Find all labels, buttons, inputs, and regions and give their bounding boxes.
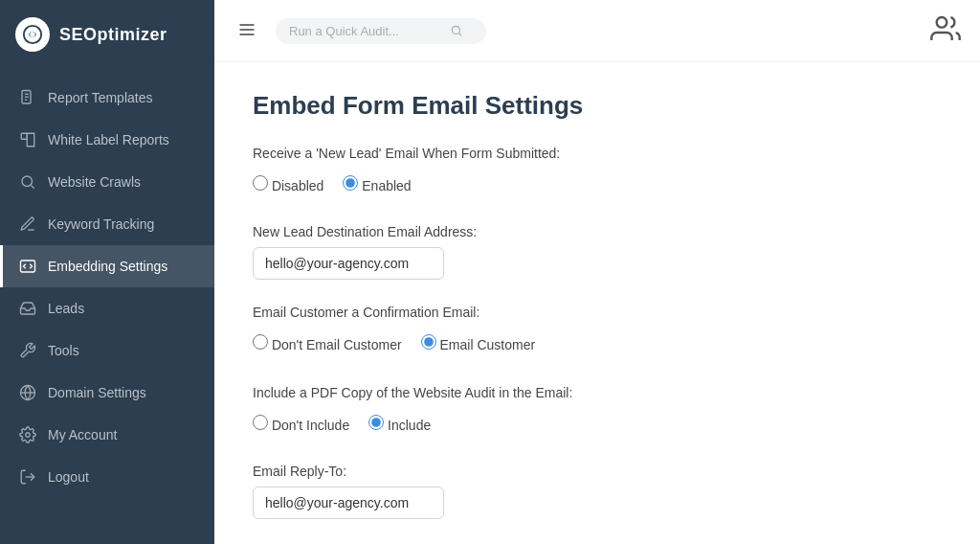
svg-line-8 [31, 185, 33, 188]
reply-to-group: Email Reply-To: [253, 464, 942, 519]
sidebar-item-label: Keyword Tracking [48, 216, 154, 232]
page-title: Embed Form Email Settings [253, 91, 942, 121]
email-customer-option-label: Email Customer [440, 337, 536, 352]
dont-include-label: Don't Include [272, 418, 349, 433]
svg-line-18 [459, 34, 462, 36]
dont-email-label: Don't Email Customer [272, 337, 402, 352]
sidebar-item-tools[interactable]: Tools [0, 329, 214, 372]
search-circle-icon [19, 173, 36, 191]
disabled-label: Disabled [272, 178, 323, 193]
svg-point-1 [30, 32, 35, 37]
email-customer-section: Email Customer a Confirmation Email: Don… [253, 303, 942, 360]
sidebar-item-label: Domain Settings [48, 385, 146, 400]
sidebar: SEOptimizer Report Templates White Label… [0, 0, 214, 544]
logo: SEOptimizer [0, 0, 214, 69]
topbar [214, 0, 980, 62]
dont-email-radio[interactable] [253, 334, 268, 350]
sidebar-item-label: Embedding Settings [48, 259, 167, 274]
search-bar [276, 18, 486, 44]
sidebar-item-keyword-tracking[interactable]: Keyword Tracking [0, 203, 214, 245]
search-icon [450, 24, 463, 37]
topbar-right [930, 13, 961, 48]
new-lead-email-section: Receive a 'New Lead' Email When Form Sub… [253, 144, 942, 201]
dont-include-radio[interactable] [253, 415, 268, 430]
dont-email-option[interactable]: Don't Email Customer [253, 334, 402, 352]
gear-icon [19, 426, 36, 443]
email-destination-group: New Lead Destination Email Address: [253, 224, 942, 280]
email-destination-label: New Lead Destination Email Address: [253, 224, 942, 239]
hamburger-icon [237, 20, 256, 39]
tool-icon [19, 342, 36, 359]
sidebar-item-label: My Account [48, 427, 117, 442]
sidebar-item-website-crawls[interactable]: Website Crawls [0, 161, 214, 203]
tag-icon [19, 131, 36, 148]
disabled-radio[interactable] [253, 175, 268, 191]
sidebar-item-label: Leads [48, 301, 84, 316]
enabled-option[interactable]: Enabled [343, 175, 411, 193]
svg-rect-6 [21, 133, 27, 139]
new-lead-email-label: Receive a 'New Lead' Email When Form Sub… [253, 144, 942, 164]
file-icon [19, 89, 36, 106]
sidebar-item-report-templates[interactable]: Report Templates [0, 77, 214, 119]
email-customer-radio[interactable] [421, 334, 436, 350]
svg-point-19 [937, 17, 947, 28]
disabled-option[interactable]: Disabled [253, 175, 323, 193]
dont-include-option[interactable]: Don't Include [253, 415, 349, 433]
logo-text: SEOptimizer [59, 25, 167, 45]
svg-point-12 [26, 433, 31, 438]
include-pdf-section: Include a PDF Copy of the Website Audit … [253, 383, 942, 441]
email-customer-label: Email Customer a Confirmation Email: [253, 303, 942, 323]
include-pdf-radio-group: Don't Include Include [253, 415, 942, 441]
sidebar-item-domain-settings[interactable]: Domain Settings [0, 372, 214, 414]
edit-icon [19, 215, 36, 233]
svg-point-7 [22, 176, 33, 187]
enabled-radio[interactable] [343, 175, 358, 191]
globe-icon [19, 384, 36, 401]
users-icon [930, 13, 961, 44]
sidebar-item-label: Tools [48, 343, 79, 358]
include-label: Include [388, 418, 431, 433]
content-area: Embed Form Email Settings Receive a 'New… [214, 62, 980, 544]
embed-icon [19, 258, 36, 275]
new-lead-radio-group: Disabled Enabled [253, 175, 942, 201]
sidebar-item-my-account[interactable]: My Account [0, 414, 214, 456]
logout-icon [19, 468, 36, 486]
email-customer-radio-group: Don't Email Customer Email Customer [253, 334, 942, 360]
menu-button[interactable] [234, 16, 260, 46]
enabled-label: Enabled [362, 178, 411, 193]
sidebar-item-embedding-settings[interactable]: Embedding Settings [0, 245, 214, 287]
sidebar-item-label: Report Templates [48, 90, 152, 105]
logo-icon [15, 17, 50, 52]
include-option[interactable]: Include [368, 415, 431, 433]
include-pdf-label: Include a PDF Copy of the Website Audit … [253, 383, 942, 403]
sidebar-item-label: Website Crawls [48, 174, 141, 190]
sidebar-nav: Report Templates White Label Reports Web… [0, 69, 214, 544]
main-area: Embed Form Email Settings Receive a 'New… [214, 0, 980, 544]
search-input[interactable] [289, 24, 442, 38]
reply-to-label: Email Reply-To: [253, 464, 942, 479]
sidebar-item-logout[interactable]: Logout [0, 456, 214, 498]
sidebar-item-white-label-reports[interactable]: White Label Reports [0, 119, 214, 161]
sidebar-item-label: White Label Reports [48, 132, 169, 147]
sidebar-item-leads[interactable]: Leads [0, 287, 214, 329]
include-radio[interactable] [368, 415, 384, 430]
email-customer-option[interactable]: Email Customer [421, 334, 535, 352]
reply-to-input[interactable] [253, 487, 444, 519]
inbox-icon [19, 300, 36, 317]
sidebar-item-label: Logout [48, 469, 89, 485]
email-destination-input[interactable] [253, 247, 444, 280]
svg-point-17 [452, 26, 459, 34]
